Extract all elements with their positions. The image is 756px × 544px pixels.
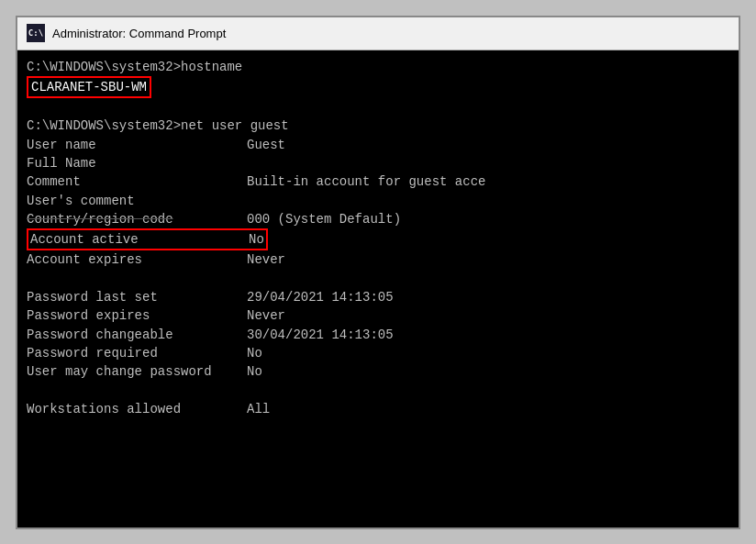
command-prompt-window: C:\ Administrator: Command Prompt C:\WIN… [16,16,740,529]
terminal-line [27,270,729,288]
terminal-line: Country/region code000 (System Default) [27,210,729,228]
terminal-line: C:\WINDOWS\system32>hostname [27,58,729,76]
terminal-line: Account activeNo [27,228,729,250]
terminal-line: User's comment [27,192,729,210]
terminal-line: Password requiredNo [27,344,729,362]
terminal-line: Account expiresNever [27,250,729,269]
terminal-line: Workstations allowedAll [27,400,729,418]
title-bar: C:\ Administrator: Command Prompt [17,17,739,50]
terminal-line: User may change passwordNo [27,362,729,381]
terminal-line: CLARANET-SBU-WM [27,76,729,98]
icon-label: C:\ [28,28,43,38]
terminal-line [27,98,729,117]
window-title: Administrator: Command Prompt [52,27,226,40]
terminal-line: Full Name [27,154,729,172]
terminal-line: User nameGuest [27,136,729,154]
terminal-line: Password changeable30/04/2021 14:13:05 [27,326,729,344]
terminal-content[interactable]: C:\WINDOWS\system32>hostnameCLARANET-SBU… [17,50,739,527]
window-icon: C:\ [27,24,45,42]
terminal-line: Password expiresNever [27,306,729,325]
terminal-line: C:\WINDOWS\system32>net user guest [27,117,729,135]
hostname-value: CLARANET-SBU-WM [27,76,151,98]
terminal-line [27,382,729,400]
terminal-line: Password last set29/04/2021 14:13:05 [27,288,729,306]
terminal-line: CommentBuilt-in account for guest acce [27,172,729,191]
